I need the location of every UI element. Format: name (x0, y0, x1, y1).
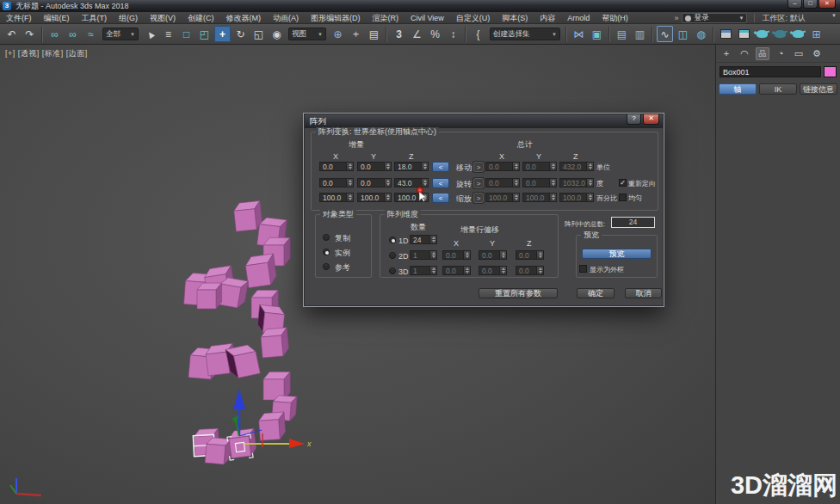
menu-item-2[interactable]: 工具(T) (76, 12, 114, 24)
reset-all-button[interactable]: 重置所有参数 (479, 288, 558, 298)
command-panel-tab-motion[interactable]: ◔ (774, 47, 788, 60)
dim-offset-field[interactable]: 0.0 (516, 250, 544, 260)
tot-移动-field[interactable]: 0.0 (485, 162, 520, 171)
tot-旋转-field[interactable]: 0.0 (485, 178, 520, 187)
menu-item-10[interactable]: Civil View (405, 12, 450, 24)
tot-缩放-field[interactable]: 100.0 (522, 193, 557, 202)
scale-icon[interactable]: ◱ (250, 26, 267, 42)
menu-item-0[interactable]: 文件(F) (0, 12, 38, 24)
menu-item-5[interactable]: 创建(C) (182, 12, 220, 24)
object-color-swatch[interactable] (824, 66, 837, 77)
object-name-field[interactable]: Box001 (720, 66, 821, 77)
mirror-icon[interactable]: ⋈ (571, 26, 587, 42)
selection-filter-dropdown[interactable]: 全部▼ (102, 28, 139, 40)
object-type-radio-0[interactable] (323, 234, 330, 241)
menu-item-14[interactable]: Arnold (561, 12, 596, 24)
named-sets-icon[interactable]: { (470, 26, 486, 42)
command-panel-tab-hierarchy[interactable]: 品 (756, 47, 769, 60)
snap-3d-icon[interactable]: 3 (391, 26, 407, 42)
transform-right-button[interactable]: > (473, 162, 484, 172)
menu-item-8[interactable]: 图形编辑器(D) (305, 12, 367, 24)
percent-snap-icon[interactable]: % (427, 26, 443, 42)
viewport-label[interactable]: [+] [透视] [标准] [边面] (5, 48, 88, 59)
schematic-view-icon[interactable]: ◫ (675, 26, 691, 42)
tot-缩放-field[interactable]: 100.0 (485, 193, 520, 202)
transform-left-button[interactable]: < (432, 193, 449, 203)
transform-left-button[interactable]: < (432, 162, 449, 172)
menu-item-12[interactable]: 脚本(S) (496, 12, 534, 24)
menu-item-3[interactable]: 组(G) (113, 12, 144, 24)
command-panel-tab-create[interactable]: + (720, 47, 733, 60)
dim-radio-2D[interactable] (389, 252, 396, 259)
keyboard-override-icon[interactable]: ▤ (366, 26, 382, 42)
menu-item-15[interactable]: 帮助(H) (596, 12, 634, 24)
menu-item-11[interactable]: 自定义(U) (450, 12, 497, 24)
menu-item-13[interactable]: 内容 (534, 12, 561, 24)
dim-offset-field[interactable]: 0.0 (479, 250, 507, 260)
render-production-icon[interactable] (754, 26, 770, 42)
dim-offset-field[interactable]: 0.0 (442, 250, 471, 260)
redo-icon[interactable]: ↷ (22, 26, 38, 42)
ik-button[interactable]: IK (759, 83, 797, 95)
manipulate-icon[interactable]: ＋ (348, 26, 364, 42)
inc-缩放-field[interactable]: 100.0 (394, 193, 429, 202)
tot-移动-field[interactable]: 432.0 (559, 162, 594, 171)
select-by-name-icon[interactable]: ≡ (160, 26, 176, 42)
dim-radio-3D[interactable] (389, 267, 396, 274)
inc-移动-field[interactable]: 0.0 (319, 162, 354, 171)
ok-button[interactable]: 确定 (577, 288, 615, 298)
select-object-icon[interactable]: ▲ (142, 26, 158, 42)
extra-checkbox[interactable] (619, 194, 627, 201)
preview-button[interactable]: 预览 (582, 249, 652, 259)
activeshade-icon[interactable] (790, 26, 806, 42)
rect-region-icon[interactable]: □ (178, 26, 195, 42)
transform-left-button[interactable]: < (432, 178, 449, 188)
selection-set-dropdown[interactable]: 创建选择集▼ (490, 28, 560, 40)
rotate-icon[interactable]: ↻ (232, 26, 249, 42)
menu-item-9[interactable]: 渲染(R) (367, 12, 405, 24)
object-type-radio-2[interactable] (323, 263, 330, 270)
link-icon[interactable]: ∞ (46, 26, 63, 42)
link-info-button[interactable]: 链接信息 (800, 83, 837, 95)
ribbon-toggle-icon[interactable]: ▥ (632, 26, 648, 42)
dim-offset-field[interactable]: 0.0 (479, 266, 507, 275)
rendered-frame-icon[interactable] (736, 26, 752, 42)
maximize-button[interactable]: □ (803, 0, 818, 9)
object-type-radio-1[interactable] (323, 249, 330, 255)
layer-explorer-icon[interactable]: ▤ (614, 26, 630, 42)
angle-snap-icon[interactable]: ∠ (409, 26, 425, 42)
dim-offset-field[interactable]: 0.0 (516, 266, 544, 275)
ab-compare-icon[interactable]: ⊞ (808, 26, 825, 42)
inc-旋转-field[interactable]: 0.0 (357, 178, 392, 187)
dim-count-1D[interactable]: 24 (410, 235, 437, 244)
pivot-center-icon[interactable]: ⊕ (330, 26, 346, 42)
menu-item-6[interactable]: 修改器(M) (220, 12, 268, 24)
bind-spacewarp-icon[interactable]: ≈ (83, 26, 99, 42)
cancel-button[interactable]: 取消 (625, 288, 662, 298)
inc-移动-field[interactable]: 0.0 (357, 162, 392, 171)
render-iterative-icon[interactable] (772, 26, 788, 42)
workspace-dropdown[interactable]: 默认 ▼ (790, 13, 840, 24)
window-crossing-icon[interactable]: ◰ (196, 26, 213, 42)
tot-旋转-field[interactable]: 0.0 (522, 178, 557, 187)
minimize-button[interactable]: – (788, 0, 802, 9)
transform-right-button[interactable]: > (473, 178, 484, 188)
menu-item-1[interactable]: 编辑(E) (38, 12, 76, 24)
undo-icon[interactable]: ↶ (3, 26, 20, 42)
tot-缩放-field[interactable]: 100.0 (559, 193, 594, 202)
dim-radio-1D[interactable] (389, 237, 396, 243)
inc-旋转-field[interactable]: 0.0 (319, 178, 354, 187)
extra-checkbox[interactable]: ✓ (619, 179, 627, 187)
dim-count-2D[interactable]: 1 (410, 250, 437, 260)
place-icon[interactable]: ◉ (269, 26, 285, 42)
menu-overflow-icon[interactable]: » (674, 14, 678, 22)
ref-coord-dropdown[interactable]: 视图▼ (288, 28, 326, 40)
dim-offset-field[interactable]: 0.0 (442, 266, 471, 275)
tot-旋转-field[interactable]: 1032.0 (559, 178, 594, 187)
unlink-icon[interactable]: ∞ (65, 26, 81, 42)
tot-移动-field[interactable]: 0.0 (522, 162, 557, 171)
material-editor-icon[interactable]: ◍ (693, 26, 709, 42)
close-button[interactable]: ✕ (818, 0, 836, 9)
render-setup-icon[interactable] (718, 26, 734, 42)
command-panel-tab-modify[interactable]: ◠ (738, 47, 751, 60)
